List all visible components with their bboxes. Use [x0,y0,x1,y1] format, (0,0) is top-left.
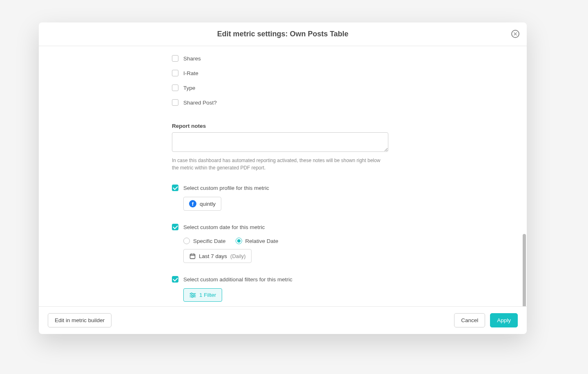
column-option-irate[interactable]: I-Rate [172,66,392,80]
checkbox[interactable] [172,224,178,230]
checkbox[interactable] [172,276,178,283]
checkbox-label: Select custom date for this metric [183,224,265,230]
column-option-shares[interactable]: Shares [172,51,392,66]
checkbox[interactable] [172,85,178,91]
column-option-type[interactable]: Type [172,80,392,95]
modal-header: Edit metric settings: Own Posts Table [39,22,527,46]
svg-point-7 [193,294,195,296]
date-granularity: (Daily) [230,253,246,259]
modal-title: Edit metric settings: Own Posts Table [217,30,349,38]
checkbox-label: Shared Post? [183,100,217,106]
close-icon [514,32,517,36]
date-range-label: Last 7 days [199,253,227,259]
edit-metric-modal: Edit metric settings: Own Posts Table Sh… [39,22,527,334]
checkbox-label: Type [183,85,195,91]
radio-specific-date[interactable]: Specific Date [183,238,226,244]
checkbox[interactable] [172,70,178,76]
checkbox[interactable] [172,55,178,62]
scrollbar[interactable] [523,234,526,306]
custom-filters-toggle[interactable]: Select custom additional filters for thi… [172,272,392,287]
custom-profile-toggle[interactable]: Select custom profile for this metric [172,180,392,195]
svg-point-9 [192,296,193,298]
profile-name: quintly [200,201,216,207]
svg-point-5 [191,293,192,294]
date-range-selector[interactable]: Last 7 days (Daily) [183,249,252,263]
close-button[interactable] [511,30,519,38]
radio-label: Relative Date [245,238,278,244]
modal-footer: Edit in metric builder Cancel Apply [39,306,527,334]
filter-count-label: 1 Filter [199,292,216,298]
radio[interactable] [236,238,242,244]
report-notes-label: Report notes [172,123,392,129]
checkbox-label: Shares [183,56,201,62]
checkbox-label: Select custom profile for this metric [183,185,269,191]
checkbox[interactable] [172,99,178,106]
checkbox-label: I-Rate [183,70,198,76]
report-notes-input[interactable] [172,132,388,152]
date-type-radios: Specific Date Relative Date [183,238,392,244]
calendar-icon [189,253,196,259]
cancel-button[interactable]: Cancel [454,313,485,327]
radio[interactable] [183,238,190,244]
filter-button[interactable]: 1 Filter [183,288,222,302]
radio-relative-date[interactable]: Relative Date [236,238,278,244]
custom-date-toggle[interactable]: Select custom date for this metric [172,220,392,234]
checkbox[interactable] [172,185,178,191]
modal-content: Shares I-Rate Type Shared Post? Report n… [172,46,392,306]
profile-selector[interactable]: f quintly [183,197,221,211]
report-notes-helper: In case this dashboard has automated rep… [172,157,388,171]
modal-body: Shares I-Rate Type Shared Post? Report n… [39,46,527,306]
facebook-icon: f [189,200,196,207]
radio-label: Specific Date [193,238,226,244]
svg-rect-0 [190,254,195,258]
footer-actions: Cancel Apply [454,313,518,327]
sliders-icon [189,292,196,298]
checkbox-label: Select custom additional filters for thi… [183,276,292,283]
column-option-sharedpost[interactable]: Shared Post? [172,95,392,110]
apply-button[interactable]: Apply [490,313,518,327]
edit-in-builder-button[interactable]: Edit in metric builder [48,313,111,327]
